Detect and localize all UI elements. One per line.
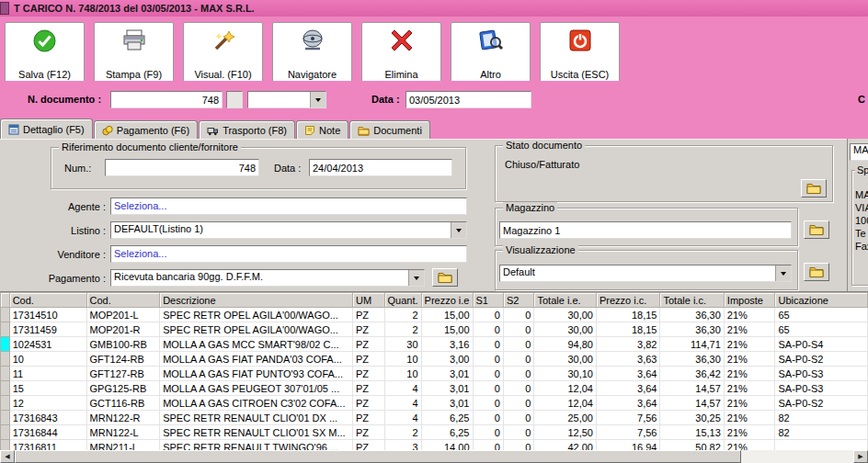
grid-cell[interactable]: 3,64 <box>596 396 660 411</box>
grid-cell[interactable]: 15 <box>9 381 86 396</box>
scroll-right-button[interactable]: ▶ <box>853 450 868 463</box>
grid-cell[interactable]: PZ <box>352 381 384 396</box>
grid-column-header-totale-i-c-10[interactable]: Totale i.c. <box>660 293 724 308</box>
grid-cell[interactable]: MOP201-L <box>86 308 160 322</box>
grid-cell[interactable]: 94,80 <box>534 337 596 352</box>
grid-cell[interactable]: MOLLA A GAS FIAT PANDA'03 COFA... <box>160 352 353 367</box>
grid-cell[interactable]: MOLLA A GAS CITROEN C3'02 COFA... <box>160 396 353 411</box>
grid-cell[interactable]: PZ <box>352 367 384 381</box>
grid-cell[interactable]: 10 <box>384 352 421 367</box>
grid-cell[interactable]: 36,42 <box>660 367 724 381</box>
grid-cell[interactable]: 0 <box>503 352 533 367</box>
grid-cell[interactable]: 3,63 <box>596 352 660 367</box>
grid-cell[interactable]: MRN122-R <box>86 411 160 425</box>
grid-cell[interactable]: PZ <box>352 425 384 440</box>
grid-cell[interactable]: 65 <box>775 308 868 322</box>
grid-cell[interactable]: SA-P0-S3 <box>775 381 868 396</box>
grid-cell[interactable]: PZ <box>352 352 384 367</box>
grid-cell[interactable]: SA-P0-S4 <box>775 337 868 352</box>
grid-cell[interactable]: MOLLA A GAS MCC SMART'98/02 C... <box>160 337 353 352</box>
grid-cell[interactable]: MRN122-L <box>86 425 160 440</box>
grid-cell[interactable]: 11 <box>9 367 86 381</box>
n-documento-input[interactable] <box>110 91 223 108</box>
grid-cell[interactable]: 0 <box>473 425 503 440</box>
grid-cell[interactable]: 0 <box>473 411 503 425</box>
grid-cell[interactable]: SPEC RETR RENAULT CLIO'01 DX ... <box>160 411 353 425</box>
grid-cell[interactable]: GFT127-RB <box>86 367 160 381</box>
grid-column-header-descrizione-2[interactable]: Descrizione <box>160 293 353 308</box>
magazzino-input[interactable] <box>499 221 792 239</box>
stato-folder-button[interactable] <box>801 179 827 198</box>
pagamento-folder-button[interactable] <box>432 268 458 287</box>
grid-cell[interactable]: 15,13 <box>660 425 724 440</box>
grid-cell[interactable]: 0 <box>503 411 533 425</box>
grid-cell[interactable]: 30,00 <box>534 352 596 367</box>
grid-cell[interactable]: PZ <box>352 411 384 425</box>
grid-cell[interactable]: MOLLA A GAS FIAT PUNTO'93 COFA... <box>160 367 353 381</box>
tab-trasporto-f8[interactable]: Trasporto (F8) <box>199 120 295 139</box>
grid-cell[interactable]: 36,30 <box>660 322 724 337</box>
grid-cell[interactable]: 1024531 <box>9 337 86 352</box>
toolbar-button-visual-f10[interactable]: Visual. (F10) <box>183 22 263 84</box>
grid-column-header-ubicazione-12[interactable]: Ubicazione <box>775 293 868 308</box>
grid-cell[interactable]: 21% <box>724 322 775 337</box>
grid-cell[interactable]: 0 <box>473 367 503 381</box>
grid-cell[interactable]: 3,00 <box>421 352 473 367</box>
grid-row[interactable]: 17311459MOP201-RSPEC RETR OPEL AGILA'00/… <box>1 322 868 337</box>
grid-cell[interactable]: 4 <box>384 411 421 425</box>
grid-cell[interactable]: 21% <box>724 425 775 440</box>
grid-cell[interactable]: 12,50 <box>534 425 596 440</box>
grid-row[interactable]: 15GPG125-RBMOLLA A GAS PEUGEOT 307'01/05… <box>1 381 868 396</box>
grid-cell[interactable]: PZ <box>352 396 384 411</box>
tab-dettaglio-f5[interactable]: Dettaglio (F5) <box>0 119 93 139</box>
chevron-down-icon[interactable] <box>451 222 466 238</box>
grid-column-header-s2-7[interactable]: S2 <box>503 293 533 308</box>
scrollbar-thumb[interactable] <box>15 450 741 463</box>
grid-cell[interactable]: 0 <box>503 322 533 337</box>
grid-cell[interactable]: 114,71 <box>660 337 724 352</box>
doc-data-input[interactable] <box>405 91 531 108</box>
toolbar-button-navigatore[interactable]: Navigatore <box>272 22 352 84</box>
grid-cell[interactable]: 0 <box>503 367 533 381</box>
grid-cell[interactable]: 82 <box>775 425 868 440</box>
grid-cell[interactable]: 15,00 <box>421 322 473 337</box>
grid-cell[interactable]: SPEC RETR OPEL AGILA'00/WAGO... <box>160 322 353 337</box>
grid-cell[interactable]: SA-P0-S2 <box>775 396 868 411</box>
grid-cell[interactable]: SPEC RETR RENAULT CLIO'01 SX M... <box>160 425 353 440</box>
grid-column-header-cod-1[interactable]: Cod. <box>86 293 160 308</box>
grid-cell[interactable]: 10 <box>384 367 421 381</box>
grid-row[interactable]: 12GCT116-RBMOLLA A GAS CITROEN C3'02 COF… <box>1 396 868 411</box>
grid-cell[interactable]: 3,64 <box>596 367 660 381</box>
rif-data-input[interactable] <box>309 159 452 176</box>
grid-cell[interactable]: GPG125-RB <box>86 381 160 396</box>
grid-cell[interactable]: 21% <box>724 308 775 322</box>
grid-row[interactable]: 17316844MRN122-LSPEC RETR RENAULT CLIO'0… <box>1 425 868 440</box>
grid-cell[interactable]: PZ <box>352 308 384 322</box>
grid-cell[interactable]: 0 <box>473 337 503 352</box>
grid-cell[interactable]: 21% <box>724 337 775 352</box>
grid-cell[interactable]: SPEC RETR OPEL AGILA'00/WAGO... <box>160 308 353 322</box>
toolbar-button-salva-f12[interactable]: Salva (F12) <box>5 22 85 84</box>
grid-cell[interactable]: 18,15 <box>596 308 660 322</box>
grid-column-header-s1-6[interactable]: S1 <box>473 293 503 308</box>
document-type-combo[interactable] <box>247 91 326 108</box>
grid-cell[interactable]: 12,04 <box>534 381 596 396</box>
grid-cell[interactable]: GMB100-RB <box>86 337 160 352</box>
listino-combo[interactable]: DEFAULT(Listino 1) <box>110 221 467 239</box>
grid-cell[interactable]: 21% <box>724 381 775 396</box>
grid-cell[interactable]: 3,64 <box>596 381 660 396</box>
grid-row[interactable]: 10GFT124-RBMOLLA A GAS FIAT PANDA'03 COF… <box>1 352 868 367</box>
visualizzazione-combo[interactable]: Default <box>499 265 792 282</box>
grid-cell[interactable]: GFT124-RB <box>86 352 160 367</box>
grid-cell[interactable]: 14,57 <box>660 381 724 396</box>
grid-cell[interactable]: 82 <box>775 411 868 425</box>
grid-cell[interactable]: 3,16 <box>421 337 473 352</box>
grid-cell[interactable]: GCT116-RB <box>86 396 160 411</box>
grid-cell[interactable]: 7,56 <box>596 425 660 440</box>
scrollbar-track[interactable] <box>741 450 853 463</box>
grid-cell[interactable]: 30,25 <box>660 411 724 425</box>
grid-cell[interactable]: 65 <box>775 322 868 337</box>
grid-cell[interactable]: 21% <box>724 411 775 425</box>
grid-cell[interactable]: 10 <box>9 352 86 367</box>
grid-cell[interactable]: 0 <box>473 352 503 367</box>
